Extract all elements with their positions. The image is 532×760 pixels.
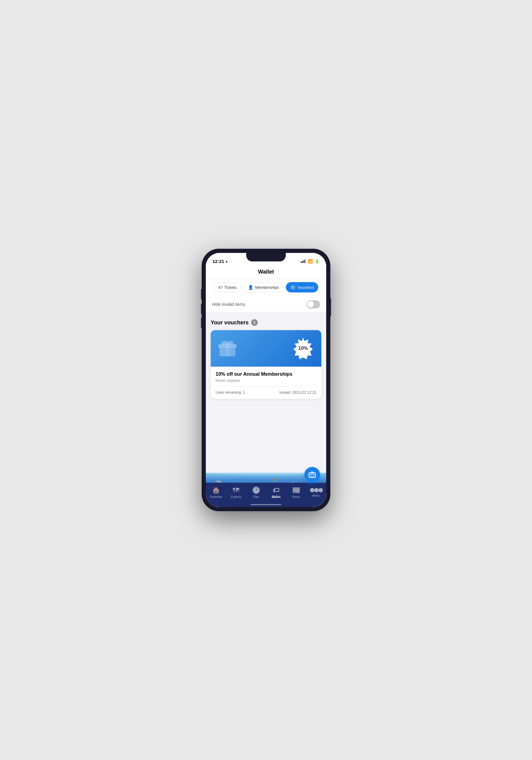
svg-point-6 bbox=[226, 343, 229, 346]
voucher-count-badge: 1 bbox=[251, 319, 258, 326]
menu-icon: ⬤⬤⬤ bbox=[310, 486, 322, 493]
vouchers-icon: ⚙️ bbox=[290, 285, 296, 290]
section-title: Your vouchers bbox=[211, 319, 249, 326]
voucher-meta: Uses remaining: 1 Issued: 29/11/22 12:21 bbox=[216, 390, 316, 399]
tab-selector: 🏷 Tickets 👤 Memberships ⚙️ Vouchers bbox=[206, 279, 326, 297]
wallet-icon: 🏷 bbox=[273, 486, 279, 494]
fish-icon-3: 🐠 bbox=[273, 477, 277, 482]
battery-icon: 🔋 bbox=[314, 259, 319, 263]
voucher-issued: Issued: 29/11/22 12:21 bbox=[279, 390, 316, 395]
phone-frame: 12:21 ▲ 📶 🔋 Wallet 🏷 Tickets bbox=[202, 249, 330, 511]
hide-invalid-label: Hide invalid items bbox=[212, 302, 245, 307]
vouchers-section: Your vouchers 1 bbox=[206, 314, 326, 399]
status-time: 12:21 ▲ bbox=[213, 259, 228, 264]
hide-invalid-toggle[interactable] bbox=[307, 300, 320, 308]
home-indicator bbox=[251, 504, 281, 505]
signal-icon bbox=[301, 259, 306, 263]
nav-item-overview[interactable]: 🏠 Overview bbox=[206, 485, 226, 500]
wifi-icon: 📶 bbox=[308, 259, 313, 263]
phone-screen: 12:21 ▲ 📶 🔋 Wallet 🏷 Tickets bbox=[206, 253, 326, 507]
memberships-icon: 👤 bbox=[248, 285, 253, 290]
voucher-uses-remaining: Uses remaining: 1 bbox=[216, 390, 245, 395]
discount-badge: 10% bbox=[291, 336, 315, 360]
voucher-expires: Never expires bbox=[216, 378, 316, 383]
section-title-row: Your vouchers 1 bbox=[211, 319, 321, 326]
nav-item-news[interactable]: 📰 News bbox=[286, 485, 306, 500]
page-header: Wallet bbox=[206, 266, 326, 279]
nav-item-menu[interactable]: ⬤⬤⬤ Menu bbox=[306, 485, 326, 499]
hide-invalid-row: Hide invalid items bbox=[206, 297, 326, 312]
tickets-icon: 🏷 bbox=[218, 285, 222, 290]
tab-tickets[interactable]: 🏷 Tickets bbox=[214, 282, 241, 293]
nav-item-plan[interactable]: 🕐 Plan bbox=[246, 485, 266, 500]
gift-icon bbox=[217, 337, 238, 359]
status-icons: 📶 🔋 bbox=[301, 259, 319, 263]
notch bbox=[246, 253, 286, 261]
plan-icon: 🕐 bbox=[252, 486, 260, 494]
tab-memberships[interactable]: 👤 Memberships bbox=[244, 282, 283, 293]
news-icon: 📰 bbox=[292, 486, 300, 494]
nav-item-wallet[interactable]: 🏷 Wallet bbox=[266, 485, 286, 500]
overview-icon: 🏠 bbox=[212, 486, 220, 494]
nav-item-explore[interactable]: 🗺 Explore bbox=[226, 485, 246, 500]
explore-icon: 🗺 bbox=[232, 486, 239, 494]
voucher-title: 10% off our Annual Memberships bbox=[216, 371, 316, 377]
svg-point-8 bbox=[311, 474, 314, 477]
voucher-info: 10% off our Annual Memberships Never exp… bbox=[211, 367, 321, 399]
voucher-divider bbox=[216, 386, 316, 387]
voucher-banner: 10% bbox=[211, 330, 321, 367]
location-arrow-icon: ▲ bbox=[225, 260, 228, 263]
page-title: Wallet bbox=[258, 269, 274, 275]
scan-fab-button[interactable] bbox=[304, 467, 320, 483]
bottom-nav: 🏠 Overview 🗺 Explore 🕐 Plan 🏷 Wallet 📰 N… bbox=[206, 483, 326, 507]
tab-vouchers[interactable]: ⚙️ Vouchers bbox=[286, 282, 318, 293]
voucher-card[interactable]: 10% 10% off our Annual Memberships Never… bbox=[211, 330, 321, 399]
